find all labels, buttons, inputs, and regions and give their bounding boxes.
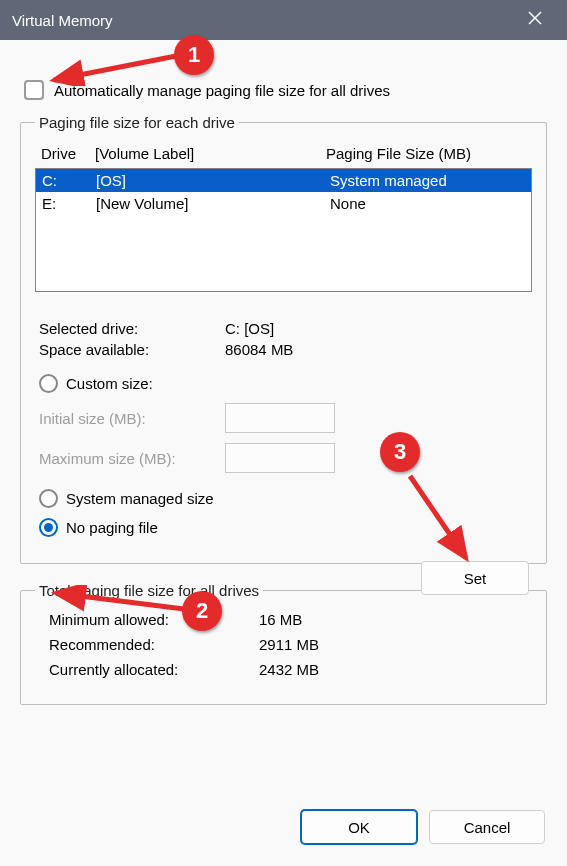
maximum-size-input[interactable] <box>225 443 335 473</box>
drive-table-header: Drive [Volume Label] Paging File Size (M… <box>35 141 532 168</box>
window-title: Virtual Memory <box>12 12 515 29</box>
titlebar: Virtual Memory <box>0 0 567 40</box>
initial-size-input[interactable] <box>225 403 335 433</box>
annotation-arrow-2 <box>50 585 190 625</box>
custom-size-radio[interactable] <box>39 374 58 393</box>
row-size: None <box>330 195 525 212</box>
dialog-footer: OK Cancel <box>301 810 545 844</box>
no-paging-label: No paging file <box>66 519 158 536</box>
no-paging-radio[interactable] <box>39 518 58 537</box>
svg-line-4 <box>410 476 466 558</box>
header-size: Paging File Size (MB) <box>326 145 526 162</box>
currently-allocated-value: 2432 MB <box>259 661 319 678</box>
space-available-value: 86084 MB <box>225 341 293 358</box>
annotation-arrow-3 <box>404 472 484 568</box>
system-managed-label: System managed size <box>66 490 214 507</box>
annotation-callout-3: 3 <box>380 432 420 472</box>
drive-list[interactable]: C: [OS] System managed E: [New Volume] N… <box>35 168 532 292</box>
selected-drive-value: C: [OS] <box>225 320 274 337</box>
annotation-arrow-1 <box>48 50 182 86</box>
row-drive: E: <box>42 195 96 212</box>
groupbox-drives-legend: Paging file size for each drive <box>35 114 239 131</box>
space-available-label: Space available: <box>39 341 225 358</box>
svg-line-2 <box>54 56 176 80</box>
row-drive: C: <box>42 172 96 189</box>
currently-allocated-label: Currently allocated: <box>49 661 259 678</box>
custom-size-radio-row[interactable]: Custom size: <box>39 374 532 393</box>
svg-line-3 <box>56 593 184 609</box>
maximum-size-label: Maximum size (MB): <box>39 450 225 467</box>
row-volume: [OS] <box>96 172 330 189</box>
initial-size-label: Initial size (MB): <box>39 410 225 427</box>
header-volume: [Volume Label] <box>95 145 326 162</box>
system-managed-radio[interactable] <box>39 489 58 508</box>
selected-drive-label: Selected drive: <box>39 320 225 337</box>
recommended-label: Recommended: <box>49 636 259 653</box>
custom-size-label: Custom size: <box>66 375 153 392</box>
auto-manage-checkbox[interactable] <box>24 80 44 100</box>
cancel-button[interactable]: Cancel <box>429 810 545 844</box>
close-icon[interactable] <box>515 11 555 29</box>
recommended-value: 2911 MB <box>259 636 319 653</box>
table-row[interactable]: C: [OS] System managed <box>36 169 531 192</box>
row-size: System managed <box>330 172 525 189</box>
selected-drive-info: Selected drive: C: [OS] Space available:… <box>39 320 528 358</box>
row-volume: [New Volume] <box>96 195 330 212</box>
minimum-allowed-value: 16 MB <box>259 611 302 628</box>
dialog-content: Automatically manage paging file size fo… <box>0 40 567 743</box>
annotation-callout-1: 1 <box>174 35 214 75</box>
size-inputs: Initial size (MB): Maximum size (MB): <box>39 403 532 473</box>
annotation-callout-2: 2 <box>182 591 222 631</box>
table-row[interactable]: E: [New Volume] None <box>36 192 531 215</box>
ok-button[interactable]: OK <box>301 810 417 844</box>
header-drive: Drive <box>41 145 95 162</box>
